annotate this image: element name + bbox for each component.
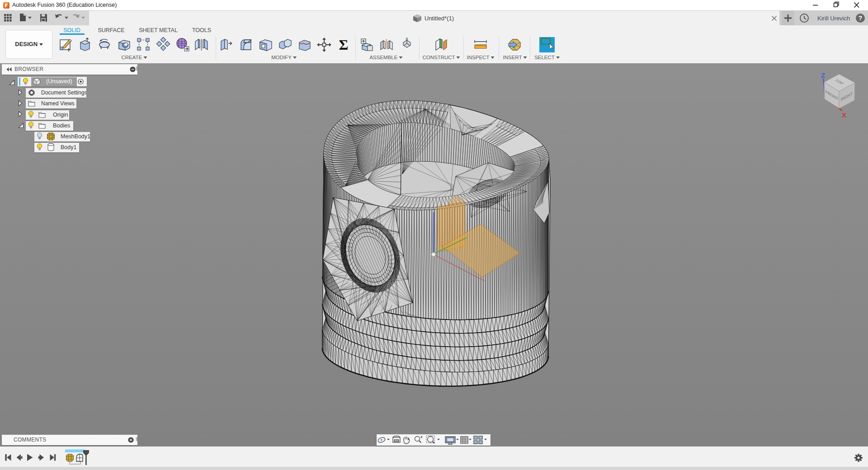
svg-text:X: X [842,111,846,119]
svg-text:Σ: Σ [339,37,349,52]
svg-text:?: ? [859,14,863,22]
svg-text:Z: Z [821,71,825,79]
